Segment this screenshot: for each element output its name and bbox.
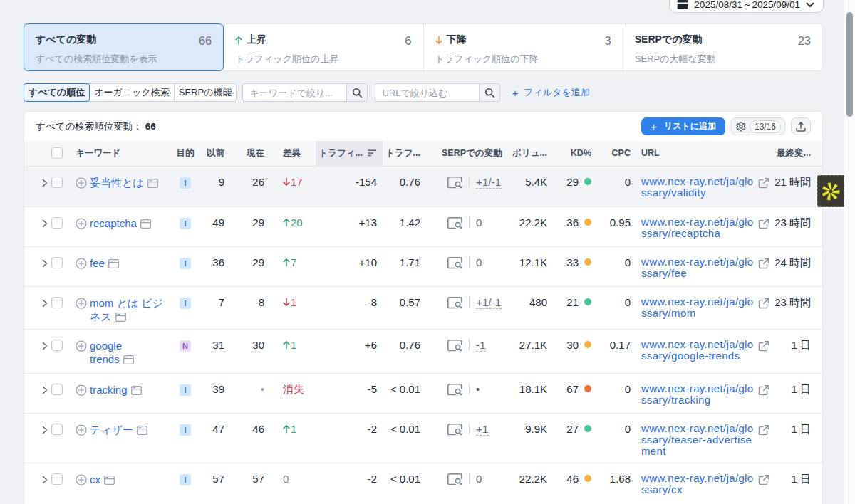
serp-change-value[interactable]: +1/-1: [476, 296, 502, 309]
export-button[interactable]: [791, 117, 811, 135]
keyword-filter-input[interactable]: [242, 83, 346, 102]
serp-snapshot-icon[interactable]: [123, 355, 134, 364]
manage-columns-button[interactable]: 13/16: [731, 117, 785, 135]
row-checkbox[interactable]: [51, 217, 63, 229]
row-checkbox[interactable]: [51, 177, 63, 188]
sort-desc-icon[interactable]: [368, 149, 377, 157]
keyword-link[interactable]: mom とは ビジネス: [90, 296, 163, 323]
keyword-link[interactable]: tracking: [90, 383, 142, 397]
row-checkbox[interactable]: [51, 424, 63, 435]
intent-badge[interactable]: I: [180, 424, 191, 436]
url-link[interactable]: www.nex-ray.net/ja/glossary/fee: [641, 256, 754, 279]
add-filter-link[interactable]: + フィルタを追加: [512, 86, 589, 99]
row-checkbox[interactable]: [51, 297, 63, 308]
col-intent[interactable]: 目的: [166, 141, 204, 166]
external-link-icon[interactable]: [758, 218, 770, 229]
scrollbar-track[interactable]: [844, 0, 855, 504]
add-to-list-button[interactable]: + リストに追加: [641, 117, 725, 135]
scrollbar-thumb[interactable]: [846, 12, 853, 117]
serp-snapshot-icon[interactable]: [108, 259, 119, 268]
row-checkbox[interactable]: [51, 473, 63, 485]
serp-features-icon[interactable]: [447, 473, 463, 485]
serp-snapshot-icon[interactable]: [147, 179, 158, 188]
row-checkbox[interactable]: [51, 340, 63, 351]
intent-badge[interactable]: N: [180, 340, 191, 352]
external-link-icon[interactable]: [758, 384, 770, 396]
col-url[interactable]: URL: [636, 141, 770, 166]
serp-features-icon[interactable]: [447, 177, 463, 189]
expand-chevron-icon[interactable]: [41, 385, 49, 395]
keyword-link[interactable]: ティザー: [90, 423, 147, 436]
url-link[interactable]: www.nex-ray.net/ja/glossary/teaser-adver…: [641, 423, 754, 457]
serp-snapshot-icon[interactable]: [131, 386, 142, 395]
intent-badge[interactable]: I: [180, 258, 191, 269]
date-range-picker[interactable]: 2025/08/31～2025/09/01: [669, 0, 824, 13]
serp-snapshot-icon[interactable]: [104, 476, 115, 485]
keyword-link[interactable]: googletrends: [90, 339, 134, 366]
add-keyword-icon[interactable]: [76, 298, 87, 309]
keyword-link[interactable]: cx: [90, 473, 115, 486]
url-link[interactable]: www.nex-ray.net/ja/glossary/cx: [641, 473, 754, 495]
select-all-checkbox[interactable]: [51, 147, 63, 159]
feedback-widget-button[interactable]: [817, 175, 844, 207]
keyword-link[interactable]: 妥当性とは: [90, 176, 158, 189]
serp-snapshot-icon[interactable]: [115, 313, 126, 322]
col-prev[interactable]: 以前: [204, 141, 236, 166]
expand-chevron-icon[interactable]: [41, 298, 49, 308]
add-keyword-icon[interactable]: [76, 177, 87, 189]
external-link-icon[interactable]: [758, 258, 770, 269]
expand-chevron-icon[interactable]: [41, 178, 49, 188]
summary-card-1[interactable]: 上昇 6 トラフィック順位の上昇: [224, 23, 423, 71]
serp-features-icon[interactable]: [447, 340, 463, 352]
col-kd[interactable]: KD%: [553, 141, 597, 166]
serp-features-icon[interactable]: [447, 424, 463, 436]
summary-card-3[interactable]: SERPでの変動 23 SERPの大幅な変動: [623, 23, 823, 71]
intent-badge[interactable]: I: [180, 384, 191, 396]
summary-card-2[interactable]: 下降 3 トラフィック順位の下降: [424, 23, 623, 71]
url-link[interactable]: www.nex-ray.net/ja/glossary/recaptcha: [641, 216, 754, 239]
keyword-search-button[interactable]: [346, 83, 368, 102]
row-checkbox[interactable]: [51, 257, 63, 268]
serp-snapshot-icon[interactable]: [140, 219, 151, 229]
serp-features-icon[interactable]: [447, 384, 463, 396]
serp-change-value[interactable]: +1: [476, 423, 489, 436]
serp-features-icon[interactable]: [447, 217, 463, 229]
expand-chevron-icon[interactable]: [41, 258, 49, 268]
col-traffic-percent[interactable]: トラフ...: [383, 141, 426, 166]
intent-badge[interactable]: I: [180, 298, 191, 309]
segment-serp-features[interactable]: SERPの機能: [174, 83, 237, 102]
url-link[interactable]: www.nex-ray.net/ja/glossary/mom: [641, 296, 754, 319]
add-keyword-icon[interactable]: [76, 384, 87, 396]
add-keyword-icon[interactable]: [76, 218, 87, 229]
intent-badge[interactable]: I: [180, 218, 191, 229]
keyword-link[interactable]: fee: [90, 256, 119, 270]
add-keyword-icon[interactable]: [76, 258, 87, 269]
col-traffic[interactable]: トラフィ...: [316, 141, 383, 166]
intent-badge[interactable]: I: [180, 177, 191, 189]
serp-features-icon[interactable]: [447, 297, 463, 309]
add-keyword-icon[interactable]: [76, 474, 87, 485]
row-checkbox[interactable]: [51, 384, 63, 395]
col-diff[interactable]: 差異: [276, 141, 316, 166]
serp-snapshot-icon[interactable]: [137, 426, 147, 435]
serp-change-value[interactable]: +1/-1: [476, 176, 502, 189]
expand-chevron-icon[interactable]: [41, 475, 49, 485]
add-keyword-icon[interactable]: [76, 340, 87, 352]
external-link-icon[interactable]: [758, 474, 770, 485]
segment-all-positions[interactable]: すべての順位: [24, 83, 90, 102]
intent-badge[interactable]: I: [180, 474, 191, 485]
summary-card-0[interactable]: すべての変動 66 すべての検索順位変動を表示: [24, 23, 224, 71]
col-keyword[interactable]: キーワード: [70, 141, 166, 166]
expand-chevron-icon[interactable]: [41, 219, 49, 229]
expand-chevron-icon[interactable]: [41, 425, 49, 435]
url-link[interactable]: www.nex-ray.net/ja/glossary/validity: [641, 176, 754, 199]
url-search-button[interactable]: [479, 83, 500, 102]
url-link[interactable]: www.nex-ray.net/ja/glossary/tracking: [641, 383, 754, 406]
url-link[interactable]: www.nex-ray.net/ja/glossary/google-trend…: [641, 339, 754, 362]
segment-organic-search[interactable]: オーガニック検索: [89, 83, 175, 102]
external-link-icon[interactable]: [758, 340, 770, 352]
col-volume[interactable]: ボリュ...: [507, 141, 553, 166]
external-link-icon[interactable]: [758, 424, 770, 436]
keyword-link[interactable]: recaptcha: [90, 216, 151, 230]
serp-change-value[interactable]: -1: [476, 339, 486, 352]
